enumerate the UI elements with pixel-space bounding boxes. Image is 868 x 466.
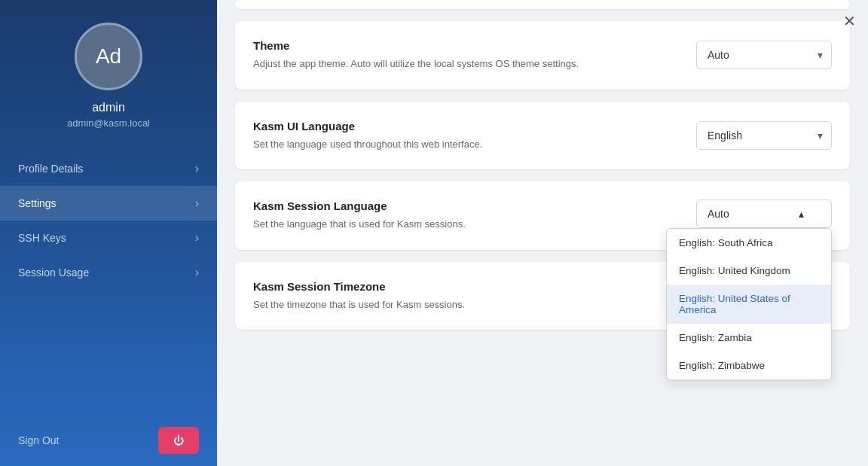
- user-email: admin@kasm.local: [67, 117, 150, 129]
- chevron-up-icon: ▴: [799, 208, 804, 220]
- ui-language-card: Kasm UI Language Set the language used t…: [235, 102, 850, 170]
- close-icon: ✕: [843, 13, 856, 29]
- ui-language-card-text: Kasm UI Language Set the language used t…: [253, 120, 482, 152]
- dropdown-item-en-zw[interactable]: English: Zimbabwe: [667, 352, 831, 379]
- theme-dropdown[interactable]: Auto: [696, 41, 832, 69]
- ui-language-description: Set the language used throughout this we…: [253, 137, 482, 152]
- session-timezone-title: Kasm Session Timezone: [253, 280, 465, 293]
- sign-out-label: Sign Out: [18, 434, 59, 446]
- session-language-dropdown-wrapper: Auto ▴ English: South Africa English: Un…: [696, 199, 832, 228]
- session-language-description: Set the language that is used for Kasm s…: [253, 217, 466, 232]
- session-language-dropdown-menu: English: South Africa English: United Ki…: [666, 228, 832, 380]
- session-language-selected-value: Auto: [708, 208, 729, 220]
- session-language-card-text: Kasm Session Language Set the language t…: [253, 199, 466, 232]
- sidebar-item-label: Session Usage: [18, 267, 89, 279]
- sidebar-item-profile-details[interactable]: Profile Details ›: [0, 151, 217, 186]
- chevron-right-icon: ›: [195, 162, 199, 175]
- theme-card: Theme Adjust the app theme. Auto will ut…: [235, 21, 850, 90]
- theme-description: Adjust the app theme. Auto will utilize …: [253, 56, 579, 72]
- dropdown-item-en-zm[interactable]: English: Zambia: [667, 324, 831, 352]
- partial-top-card: [235, 0, 850, 9]
- dropdown-item-en-us[interactable]: English: United States of America: [667, 285, 831, 324]
- sidebar-item-label: Profile Details: [18, 163, 83, 175]
- nav-items: Profile Details › Settings › SSH Keys › …: [0, 151, 217, 415]
- main-content: ✕ Theme Adjust the app theme. Auto will …: [217, 0, 868, 466]
- sign-out-button[interactable]: ⏻: [158, 427, 199, 454]
- sidebar-item-settings[interactable]: Settings ›: [0, 186, 217, 221]
- chevron-right-icon: ›: [195, 196, 199, 210]
- sidebar-item-ssh-keys[interactable]: SSH Keys ›: [0, 221, 217, 255]
- ui-language-dropdown[interactable]: English: [696, 121, 832, 150]
- theme-title: Theme: [253, 39, 579, 52]
- sidebar: Ad admin admin@kasm.local Profile Detail…: [0, 0, 217, 466]
- ui-language-dropdown-wrapper: English ▾: [696, 121, 832, 150]
- sign-out-icon: ⏻: [173, 434, 184, 446]
- theme-dropdown-wrapper: Auto ▾: [696, 41, 832, 69]
- chevron-right-icon: ›: [195, 266, 199, 279]
- avatar: Ad: [75, 23, 142, 90]
- session-language-dropdown-button[interactable]: Auto ▴: [696, 199, 832, 228]
- chevron-right-icon: ›: [195, 231, 199, 245]
- sidebar-item-session-usage[interactable]: Session Usage ›: [0, 255, 217, 290]
- user-name: admin: [92, 101, 125, 114]
- session-language-card: Kasm Session Language Set the language t…: [235, 181, 850, 250]
- session-timezone-description: Set the timezone that is used for Kasm s…: [253, 297, 465, 312]
- theme-card-text: Theme Adjust the app theme. Auto will ut…: [253, 39, 579, 72]
- sidebar-item-label: Settings: [18, 197, 57, 209]
- sign-out-area: Sign Out ⏻: [0, 415, 217, 466]
- dropdown-item-en-gb[interactable]: English: United Kingdom: [667, 257, 831, 285]
- session-timezone-card-text: Kasm Session Timezone Set the timezone t…: [253, 280, 465, 312]
- close-button[interactable]: ✕: [843, 12, 856, 30]
- dropdown-item-en-za[interactable]: English: South Africa: [667, 229, 831, 257]
- ui-language-title: Kasm UI Language: [253, 120, 482, 132]
- sidebar-item-label: SSH Keys: [18, 232, 66, 244]
- session-language-title: Kasm Session Language: [253, 199, 466, 212]
